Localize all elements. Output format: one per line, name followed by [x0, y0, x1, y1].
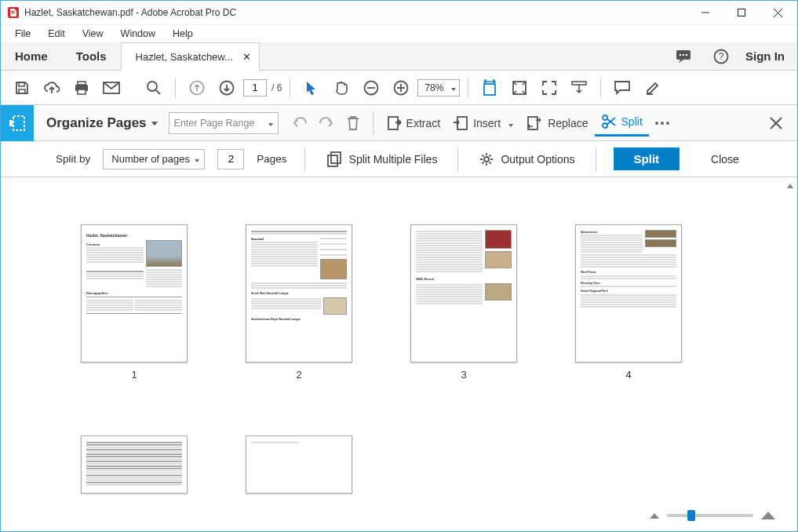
more-icon[interactable] [649, 110, 676, 137]
page-thumbnail[interactable]: Hazlet, Saskatchewan Contents Demographi… [75, 224, 193, 381]
split-mode-dropdown[interactable]: Number of pages [103, 149, 205, 169]
replace-button[interactable]: Replace [519, 110, 594, 137]
output-options-button[interactable]: Output Options [476, 151, 578, 167]
svg-rect-15 [78, 82, 86, 85]
menu-view[interactable]: View [76, 27, 110, 41]
extract-button[interactable]: Extract [380, 110, 447, 137]
page-thumbnail[interactable]: SMBL Record 3 [405, 224, 523, 381]
organize-toolbar: Organize Pages Enter Page Range Extract … [1, 105, 797, 141]
zoom-dropdown[interactable]: 78% [417, 79, 460, 97]
cloud-upload-icon[interactable] [38, 75, 65, 101]
split-multiple-button[interactable]: Split Multiple Files [322, 151, 441, 168]
hand-icon[interactable] [328, 75, 355, 101]
tab-home[interactable]: Home [1, 42, 62, 70]
split-options-bar: Split by Number of pages Pages Split Mul… [1, 141, 797, 177]
tab-document-label: Hazlet, Saskatchew... [136, 51, 233, 63]
menu-file[interactable]: File [9, 27, 37, 41]
svg-rect-33 [9, 120, 13, 126]
next-page-icon[interactable] [213, 75, 240, 101]
organize-title[interactable]: Organize Pages [46, 115, 158, 131]
tab-document[interactable]: Hazlet, Saskatchew... ✕ [121, 42, 260, 71]
zoom-in-icon[interactable] [388, 75, 414, 101]
vertical-scrollbar[interactable] [785, 180, 796, 529]
thumbnail-grid: Hazlet, Saskatchewan Contents Demographi… [1, 177, 797, 509]
svg-point-9 [683, 53, 684, 55]
page-thumbnail[interactable] [75, 435, 193, 494]
zoom-slider[interactable] [667, 514, 753, 517]
zoom-out-thumb-icon[interactable] [648, 511, 661, 520]
close-tab-icon[interactable]: ✕ [242, 51, 251, 63]
split-button[interactable]: Split [595, 110, 649, 137]
undo-icon[interactable] [286, 110, 313, 137]
page-range-placeholder: Enter Page Range [174, 118, 261, 129]
page-number: 1 [131, 369, 137, 381]
menu-help[interactable]: Help [166, 27, 199, 41]
svg-rect-1 [11, 11, 15, 12]
scroll-up-icon[interactable] [785, 180, 796, 192]
split-by-label: Split by [56, 153, 90, 165]
page-number-control: / 6 [243, 79, 282, 97]
menubar: File Edit View Window Help [1, 25, 797, 42]
svg-point-19 [148, 82, 157, 91]
pages-label: Pages [257, 153, 286, 165]
full-screen-icon[interactable] [536, 75, 563, 101]
zoom-out-icon[interactable] [358, 75, 384, 101]
menu-edit[interactable]: Edit [42, 27, 71, 41]
svg-rect-2 [11, 13, 15, 13]
menu-window[interactable]: Window [115, 27, 162, 41]
insert-button[interactable]: Insert [446, 110, 519, 137]
close-link[interactable]: Close [711, 153, 739, 166]
close-window-button[interactable] [760, 1, 796, 24]
split-count-input[interactable] [217, 149, 244, 169]
svg-point-40 [661, 122, 664, 125]
svg-rect-34 [388, 117, 398, 129]
zoom-in-thumb-icon[interactable] [760, 510, 777, 521]
annotation-icon[interactable] [609, 75, 636, 101]
app-icon [7, 6, 20, 19]
svg-rect-13 [19, 82, 24, 86]
page-number-input[interactable] [243, 79, 267, 97]
help-icon[interactable]: ? [708, 43, 734, 70]
fit-page-icon[interactable] [506, 75, 533, 101]
page-number: 2 [296, 369, 301, 381]
print-icon[interactable] [68, 75, 95, 101]
close-panel-icon[interactable] [763, 110, 789, 137]
comment-icon[interactable] [670, 43, 697, 70]
pointer-icon[interactable] [298, 75, 325, 101]
page-thumbnail[interactable]: Baseball South West Baseball League Sask… [240, 224, 358, 381]
organize-badge-icon [1, 105, 34, 141]
workspace: Hazlet, Saskatchewan Contents Demographi… [1, 177, 797, 529]
window-title: Hazlet, Saskatchewan.pdf - Adobe Acrobat… [24, 7, 687, 18]
read-mode-icon[interactable] [566, 75, 592, 101]
svg-point-41 [666, 122, 669, 125]
tabbar: Home Tools Hazlet, Saskatchew... ✕ ? Sig… [1, 42, 797, 71]
prev-page-icon[interactable] [184, 75, 210, 101]
page-thumbnail[interactable] [240, 435, 358, 494]
svg-line-20 [156, 90, 160, 94]
search-icon[interactable] [140, 75, 167, 101]
page-thumbnail[interactable]: Attractions Wind Farms Shooting Stars Ha… [570, 224, 687, 381]
zoom-slider-bar [1, 507, 785, 524]
page-number: 4 [625, 369, 631, 381]
window-controls [687, 1, 796, 24]
svg-rect-45 [331, 152, 341, 163]
split-action-button[interactable]: Split [614, 148, 680, 170]
tab-tools[interactable]: Tools [62, 42, 121, 70]
save-icon[interactable] [9, 75, 35, 101]
minimize-button[interactable] [687, 1, 723, 24]
page-range-input[interactable]: Enter Page Range [169, 112, 279, 134]
svg-point-8 [680, 53, 681, 55]
page-total: / 6 [271, 82, 282, 93]
fit-width-icon[interactable] [476, 75, 503, 101]
zoom-value: 78% [425, 82, 443, 93]
zoom-slider-knob[interactable] [687, 510, 695, 521]
maximize-button[interactable] [723, 1, 760, 24]
svg-point-10 [686, 53, 687, 55]
redo-icon[interactable] [313, 110, 340, 137]
svg-rect-4 [738, 9, 745, 16]
titlebar: Hazlet, Saskatchewan.pdf - Adobe Acrobat… [1, 1, 797, 25]
delete-icon[interactable] [340, 110, 366, 137]
email-icon[interactable] [98, 75, 125, 101]
sign-in-link[interactable]: Sign In [745, 49, 785, 63]
highlight-icon[interactable] [639, 75, 665, 101]
